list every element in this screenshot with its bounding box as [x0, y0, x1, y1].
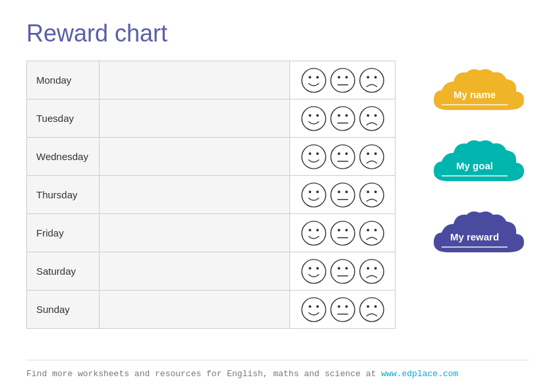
day-label: Tuesday	[27, 99, 100, 138]
svg-point-49	[374, 229, 376, 231]
name-cloud-label: My name	[453, 89, 496, 100]
emoji-cell	[290, 138, 395, 176]
reward-cloud-label: My reward	[450, 231, 499, 242]
svg-point-2	[316, 76, 318, 78]
emoji-cell	[290, 214, 395, 252]
table-row: Thursday	[27, 176, 395, 214]
svg-point-68	[366, 305, 369, 308]
svg-point-11	[308, 114, 311, 117]
sad-face-icon	[358, 296, 386, 323]
sad-face-icon	[358, 67, 386, 94]
emoji-cell	[290, 99, 395, 138]
day-label: Saturday	[27, 252, 100, 291]
svg-point-51	[308, 267, 311, 269]
svg-point-3	[330, 68, 354, 92]
svg-point-62	[316, 305, 318, 308]
happy-face-icon	[300, 181, 328, 209]
sad-face-icon	[358, 143, 386, 171]
svg-point-63	[330, 297, 354, 321]
cloud-name: My name	[422, 67, 527, 126]
svg-point-20	[301, 144, 325, 168]
table-row: Friday	[27, 214, 395, 252]
svg-point-1	[308, 76, 311, 78]
svg-point-28	[366, 152, 369, 155]
svg-point-38	[366, 190, 369, 193]
svg-point-37	[359, 182, 383, 206]
middle-cell	[99, 214, 289, 252]
svg-point-43	[330, 221, 354, 244]
svg-point-53	[330, 259, 354, 283]
emoji-cell	[290, 252, 395, 291]
svg-point-12	[316, 114, 318, 117]
svg-point-25	[345, 152, 347, 155]
footer-link[interactable]: www.edplace.com	[381, 369, 458, 379]
footer-divider	[26, 360, 529, 360]
page-container: Reward chart Monday Tuesday Wednesday	[0, 0, 555, 392]
svg-point-42	[316, 229, 318, 231]
happy-face-icon	[300, 258, 328, 285]
sad-face-icon	[358, 219, 386, 247]
svg-point-34	[337, 190, 340, 193]
day-label: Sunday	[27, 291, 100, 329]
svg-point-40	[301, 221, 325, 244]
svg-point-52	[316, 267, 318, 269]
happy-face-icon	[300, 105, 328, 132]
footer: Find more worksheets and resources for E…	[26, 360, 529, 379]
day-label: Monday	[27, 61, 100, 99]
sad-face-icon	[358, 105, 386, 132]
reward-chart-table: Monday Tuesday Wednesday	[26, 61, 395, 329]
svg-point-50	[301, 259, 325, 283]
page-title: Reward chart	[26, 20, 529, 47]
main-content: Monday Tuesday Wednesday	[26, 61, 529, 329]
svg-point-17	[359, 106, 383, 130]
middle-cell	[99, 138, 289, 176]
sad-face-icon	[358, 181, 386, 209]
svg-point-27	[359, 144, 383, 168]
cloud-goal: My goal	[422, 138, 527, 198]
svg-point-13	[330, 106, 354, 130]
svg-point-45	[345, 229, 347, 231]
svg-point-35	[345, 190, 347, 193]
neutral-face-icon	[329, 105, 357, 132]
svg-point-8	[366, 76, 369, 78]
svg-point-22	[316, 152, 318, 155]
day-label: Wednesday	[27, 138, 100, 176]
table-row: Monday	[27, 61, 395, 99]
goal-cloud-line	[442, 175, 508, 177]
svg-point-4	[337, 76, 340, 78]
svg-point-61	[308, 305, 311, 308]
svg-point-23	[330, 144, 354, 168]
svg-point-59	[374, 267, 376, 269]
happy-face-icon	[300, 296, 328, 323]
middle-cell	[99, 176, 289, 214]
neutral-face-icon	[329, 143, 357, 171]
middle-cell	[99, 252, 289, 291]
svg-point-67	[359, 297, 383, 321]
svg-point-24	[337, 152, 340, 155]
goal-cloud-label: My goal	[456, 160, 493, 171]
svg-point-29	[374, 152, 376, 155]
neutral-face-icon	[329, 67, 357, 94]
table-row: Saturday	[27, 252, 395, 291]
name-cloud-line	[442, 104, 508, 105]
day-label: Thursday	[27, 176, 100, 214]
svg-point-7	[359, 68, 383, 92]
svg-point-69	[374, 305, 376, 308]
svg-point-57	[359, 259, 383, 283]
emoji-cell	[290, 61, 395, 99]
svg-point-41	[308, 229, 311, 231]
svg-point-64	[337, 305, 340, 308]
day-label: Friday	[27, 214, 100, 252]
svg-point-5	[345, 76, 347, 78]
svg-point-15	[345, 114, 347, 117]
clouds-container: My name My goal My reward	[422, 67, 527, 269]
svg-point-30	[301, 182, 325, 206]
svg-point-48	[366, 229, 369, 231]
emoji-cell	[290, 291, 395, 329]
svg-point-21	[308, 152, 311, 155]
footer-text: Find more worksheets and resources for E…	[26, 369, 458, 379]
svg-point-54	[337, 267, 340, 269]
cloud-reward: My reward	[422, 210, 527, 269]
svg-point-44	[337, 229, 340, 231]
happy-face-icon	[300, 67, 328, 94]
